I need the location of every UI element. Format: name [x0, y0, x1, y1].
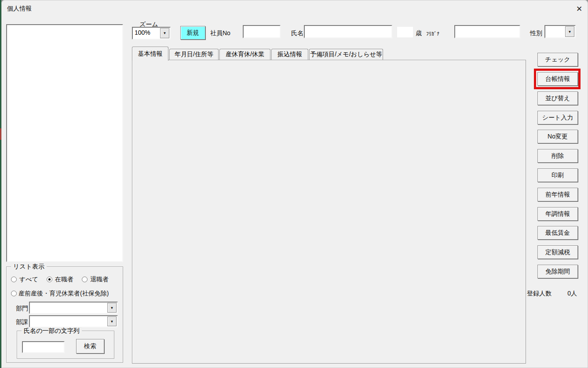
- employee-listbox[interactable]: [6, 24, 123, 262]
- sort-button[interactable]: 並び替え: [537, 91, 578, 105]
- exemption-period-button[interactable]: 免除期間: [537, 265, 578, 278]
- list-section-select[interactable]: ▼: [29, 315, 118, 328]
- chevron-down-icon[interactable]: ▼: [565, 26, 574, 37]
- list-section-label: 部課: [16, 318, 28, 326]
- employee-no-label: 社員No: [210, 29, 230, 37]
- chevron-down-icon[interactable]: ▼: [107, 303, 117, 313]
- name-input[interactable]: [304, 25, 392, 38]
- delete-button[interactable]: 削除: [537, 149, 578, 163]
- list-department-select[interactable]: ▼: [29, 302, 118, 314]
- search-button[interactable]: 検索: [76, 339, 104, 353]
- previous-year-button[interactable]: 前年情報: [537, 188, 578, 201]
- zoom-select[interactable]: 100% ▼: [132, 27, 171, 40]
- name-search-input[interactable]: [22, 341, 65, 353]
- age-suffix-label: 歳: [416, 29, 422, 37]
- zoom-value: 100%: [135, 29, 150, 36]
- furigana-input[interactable]: [454, 25, 520, 38]
- print-button[interactable]: 印刷: [537, 168, 578, 182]
- gender-label: 性別: [530, 29, 542, 37]
- radio-maternity-label[interactable]: 産前産後・育児休業者(社保免除): [18, 289, 109, 297]
- registered-count-value: 0人: [559, 289, 577, 297]
- tab-basic-info[interactable]: 基本情報: [132, 47, 168, 61]
- registered-count-label: 登録人数: [527, 289, 551, 297]
- new-button[interactable]: 新規: [180, 26, 205, 40]
- radio-active-label[interactable]: 在職者: [55, 275, 73, 283]
- flat-tax-cut-button[interactable]: 定額減税: [537, 245, 578, 259]
- furigana-label: ﾌﾘｶﾞﾅ: [426, 30, 439, 38]
- tab-content-pane: [132, 60, 526, 364]
- tab-transfer-info[interactable]: 振込情報: [271, 49, 308, 60]
- radio-active[interactable]: [47, 277, 52, 282]
- radio-retired-label[interactable]: 退職者: [90, 275, 109, 283]
- year-end-adj-button[interactable]: 年調情報: [537, 207, 578, 221]
- chevron-down-icon[interactable]: ▼: [160, 28, 169, 38]
- close-icon[interactable]: ✕: [573, 3, 585, 15]
- screen: 個人情報 ✕ リスト表示 すべて 在職者 退職者 産前産後・育児休業者(社保免除…: [0, 0, 588, 368]
- minimum-wage-button[interactable]: 最低賃金: [537, 226, 578, 240]
- no-change-button[interactable]: No変更: [537, 130, 578, 143]
- name-label: 氏名: [291, 29, 303, 37]
- radio-all[interactable]: [11, 277, 17, 282]
- highlight-box: [534, 69, 581, 89]
- sheet-input-button[interactable]: シート入力: [537, 111, 578, 124]
- tab-dates-address[interactable]: 年月日/住所等: [169, 49, 219, 60]
- gender-select[interactable]: ▼: [544, 25, 576, 38]
- list-display-group-title: リスト表示: [11, 263, 47, 271]
- tab-reserve-memo[interactable]: 予備項目/メモ/おしらせ等: [309, 49, 383, 60]
- age-value-box: [397, 27, 413, 37]
- name-search-group-title: 氏名の一部の文字列: [22, 327, 82, 335]
- radio-all-label[interactable]: すべて: [19, 275, 38, 283]
- radio-retired[interactable]: [82, 277, 88, 282]
- check-button[interactable]: チェック: [537, 53, 578, 66]
- chevron-down-icon[interactable]: ▼: [107, 317, 117, 326]
- list-department-label: 部門: [16, 304, 28, 312]
- window-title: 個人情報: [7, 5, 32, 13]
- employee-no-input[interactable]: [243, 25, 281, 38]
- radio-maternity[interactable]: [11, 291, 17, 296]
- tab-maternity-leave[interactable]: 産休育休/休業: [219, 49, 270, 60]
